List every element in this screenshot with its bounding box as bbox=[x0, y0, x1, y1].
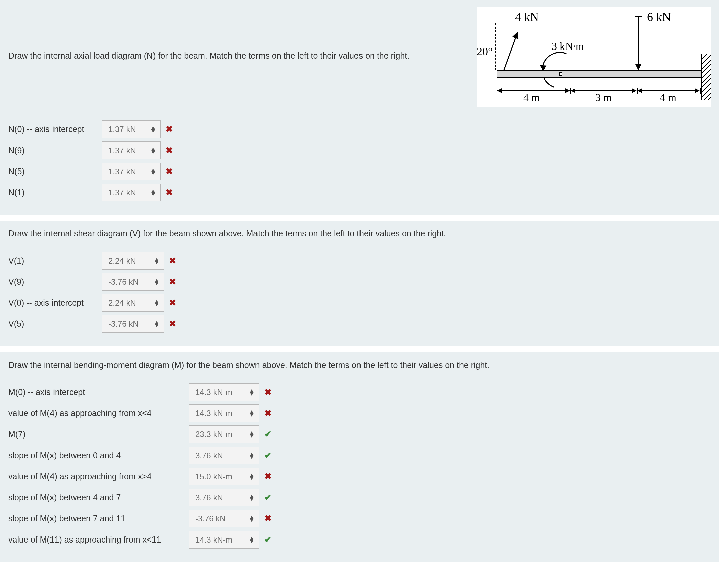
force-label-1: 4 kN bbox=[515, 10, 539, 24]
beam-diagram: 20° 4 kN 6 kN 3 kN·m 4 m 3 m 4 m bbox=[477, 7, 711, 107]
force-arrow-1 bbox=[503, 33, 518, 70]
cross-icon: ✖ bbox=[163, 166, 176, 176]
answer-select[interactable]: 23.3 kN-m▲▼ bbox=[189, 425, 259, 443]
match-label: V(1) bbox=[8, 256, 102, 266]
cross-icon: ✖ bbox=[261, 513, 275, 524]
cross-icon: ✖ bbox=[261, 408, 275, 418]
sort-arrows-icon: ▲▼ bbox=[150, 190, 156, 196]
match-label: value of M(4) as approaching from x<4 bbox=[8, 408, 189, 418]
answer-select[interactable]: 14.3 kN-m▲▼ bbox=[189, 383, 259, 401]
answer-selected-value: 14.3 kN-m bbox=[195, 409, 232, 418]
match-label: value of M(4) as approaching from x>4 bbox=[8, 471, 189, 481]
match-label: N(1) bbox=[8, 188, 102, 197]
answer-selected-value: 3.76 kN bbox=[195, 493, 223, 502]
answer-select[interactable]: 2.24 kN▲▼ bbox=[102, 252, 164, 270]
question-section-moment: Draw the internal bending-moment diagram… bbox=[0, 352, 719, 562]
span-label-2: 3 m bbox=[595, 91, 612, 104]
force-arrow-2 bbox=[638, 17, 639, 69]
match-row: value of M(4) as approaching from x>415.… bbox=[8, 468, 711, 485]
match-label: slope of M(x) between 0 and 4 bbox=[8, 450, 189, 460]
question-section-axial: Draw the internal axial load diagram (N)… bbox=[0, 0, 719, 221]
sort-arrows-icon: ▲▼ bbox=[153, 300, 160, 306]
match-label: M(7) bbox=[8, 429, 189, 439]
sort-arrows-icon: ▲▼ bbox=[153, 258, 160, 264]
match-rows: M(0) -- axis intercept14.3 kN-m▲▼✖value … bbox=[8, 383, 711, 548]
match-row: N(1)1.37 kN▲▼✖ bbox=[8, 184, 711, 201]
answer-select[interactable]: -3.76 kN▲▼ bbox=[102, 273, 164, 291]
check-icon: ✔ bbox=[261, 492, 275, 503]
match-row: slope of M(x) between 7 and 11-3.76 kN▲▼… bbox=[8, 510, 711, 527]
answer-selected-value: -3.76 kN bbox=[108, 277, 139, 287]
check-icon: ✔ bbox=[261, 450, 275, 461]
match-rows: V(1)2.24 kN▲▼✖V(9)-3.76 kN▲▼✖V(0) -- axi… bbox=[8, 252, 711, 333]
span-label-1: 4 m bbox=[523, 91, 540, 104]
answer-selected-value: 1.37 kN bbox=[108, 188, 136, 197]
sort-arrows-icon: ▲▼ bbox=[153, 279, 160, 285]
sort-arrows-icon: ▲▼ bbox=[249, 516, 255, 522]
answer-select[interactable]: -3.76 kN▲▼ bbox=[102, 315, 164, 333]
question-section-shear: Draw the internal shear diagram (V) for … bbox=[0, 221, 719, 352]
match-row: V(9)-3.76 kN▲▼✖ bbox=[8, 273, 711, 291]
cross-icon: ✖ bbox=[163, 187, 176, 198]
match-label: slope of M(x) between 7 and 11 bbox=[8, 514, 189, 523]
match-label: slope of M(x) between 4 and 7 bbox=[8, 493, 189, 502]
match-row: M(7)23.3 kN-m▲▼✔ bbox=[8, 425, 711, 443]
answer-select[interactable]: 3.76 kN▲▼ bbox=[189, 489, 259, 506]
check-icon: ✔ bbox=[261, 429, 275, 440]
match-label: N(9) bbox=[8, 146, 102, 155]
match-row: M(0) -- axis intercept14.3 kN-m▲▼✖ bbox=[8, 383, 711, 401]
match-label: N(5) bbox=[8, 167, 102, 176]
answer-select[interactable]: 1.37 kN▲▼ bbox=[102, 120, 161, 138]
answer-select[interactable]: 14.3 kN-m▲▼ bbox=[189, 531, 259, 548]
cross-icon: ✖ bbox=[166, 277, 179, 287]
match-label: N(0) -- axis intercept bbox=[8, 124, 102, 134]
answer-select[interactable]: 3.76 kN▲▼ bbox=[189, 446, 259, 464]
sort-arrows-icon: ▲▼ bbox=[249, 389, 255, 395]
sort-arrows-icon: ▲▼ bbox=[150, 126, 156, 132]
question-prompt: Draw the internal shear diagram (V) for … bbox=[8, 227, 711, 238]
answer-select[interactable]: 1.37 kN▲▼ bbox=[102, 184, 161, 201]
sort-arrows-icon: ▲▼ bbox=[249, 474, 255, 480]
answer-select[interactable]: 1.37 kN▲▼ bbox=[102, 142, 161, 159]
answer-selected-value: -3.76 kN bbox=[108, 319, 139, 329]
sort-arrows-icon: ▲▼ bbox=[249, 432, 255, 438]
moment-label: 3 kN·m bbox=[552, 40, 584, 52]
match-row: V(0) -- axis intercept2.24 kN▲▼✖ bbox=[8, 294, 711, 312]
match-row: slope of M(x) between 4 and 73.76 kN▲▼✔ bbox=[8, 489, 711, 506]
match-row: N(0) -- axis intercept1.37 kN▲▼✖ bbox=[8, 120, 711, 138]
cross-icon: ✖ bbox=[166, 319, 179, 329]
question-prompt: Draw the internal bending-moment diagram… bbox=[8, 359, 711, 370]
question-prompt: Draw the internal axial load diagram (N)… bbox=[8, 7, 473, 61]
cross-icon: ✖ bbox=[166, 255, 179, 266]
match-label: value of M(11) as approaching from x<11 bbox=[8, 535, 189, 545]
span-label-3: 4 m bbox=[660, 91, 676, 104]
answer-select[interactable]: 15.0 kN-m▲▼ bbox=[189, 468, 259, 485]
answer-select[interactable]: 2.24 kN▲▼ bbox=[102, 294, 164, 312]
match-row: value of M(11) as approaching from x<111… bbox=[8, 531, 711, 548]
cross-icon: ✖ bbox=[261, 471, 275, 482]
force-label-2: 6 kN bbox=[647, 10, 671, 24]
answer-select[interactable]: -3.76 kN▲▼ bbox=[189, 510, 259, 527]
answer-selected-value: 3.76 kN bbox=[195, 451, 223, 460]
match-row: V(1)2.24 kN▲▼✖ bbox=[8, 252, 711, 270]
match-row: V(5)-3.76 kN▲▼✖ bbox=[8, 315, 711, 333]
cross-icon: ✖ bbox=[166, 298, 179, 308]
sort-arrows-icon: ▲▼ bbox=[150, 169, 156, 174]
angle-label: 20° bbox=[477, 45, 493, 58]
sort-arrows-icon: ▲▼ bbox=[249, 537, 255, 543]
match-row: value of M(4) as approaching from x<414.… bbox=[8, 404, 711, 422]
answer-selected-value: 1.37 kN bbox=[108, 125, 136, 134]
cross-icon: ✖ bbox=[261, 387, 275, 397]
answer-selected-value: -3.76 kN bbox=[195, 514, 226, 523]
match-row: N(9)1.37 kN▲▼✖ bbox=[8, 142, 711, 159]
sort-arrows-icon: ▲▼ bbox=[153, 321, 160, 327]
sort-arrows-icon: ▲▼ bbox=[150, 147, 156, 153]
answer-selected-value: 14.3 kN-m bbox=[195, 535, 232, 545]
match-label: V(0) -- axis intercept bbox=[8, 298, 102, 308]
answer-select[interactable]: 1.37 kN▲▼ bbox=[102, 163, 161, 180]
sort-arrows-icon: ▲▼ bbox=[249, 411, 255, 416]
answer-select[interactable]: 14.3 kN-m▲▼ bbox=[189, 404, 259, 422]
answer-selected-value: 15.0 kN-m bbox=[195, 472, 232, 481]
sort-arrows-icon: ▲▼ bbox=[249, 495, 255, 501]
answer-selected-value: 23.3 kN-m bbox=[195, 430, 232, 439]
